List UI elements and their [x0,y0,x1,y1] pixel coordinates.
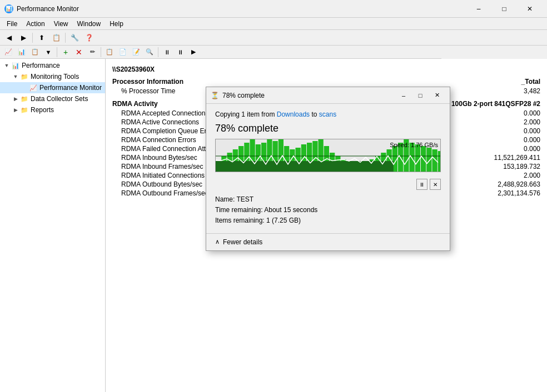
perf-tb-pause-button[interactable]: ⏸ [174,47,186,58]
metric-label: RDMA Outbound Frames/sec [112,189,208,197]
perf-tb-dropdown-button[interactable]: ▼ [42,47,54,58]
perf-tb-sep-3 [158,47,158,57]
dest-link[interactable]: scans [319,110,336,118]
sidebar-item-performance-monitor[interactable]: 📈 Performance Monitor [0,82,105,93]
metric-value: 2.000 [474,118,540,126]
metric-label: RDMA Active Connections [112,118,199,126]
dialog-title-text: 78% complete [222,92,265,99]
tb-separator-1 [32,33,33,43]
monitoring-tools-icon: 📁 [20,72,29,81]
sidebar-item-label-perf-monitor: Performance Monitor [39,84,102,92]
items-value: 1 (7.25 GB) [266,217,301,224]
tb-separator-2 [65,33,66,43]
copy-text: Copying 1 item from [215,110,275,118]
perf-tb-view-button[interactable]: 📈 [2,47,14,58]
sidebar-item-label-monitoring-tools: Monitoring Tools [31,73,79,81]
perf-tb-sep-2 [101,47,101,57]
expander-performance: ▼ [2,61,11,70]
sidebar-item-performance[interactable]: ▼ 📊 Performance [0,60,105,71]
dialog-content: Copying 1 item from Downloads to scans 7… [206,104,450,233]
chevron-up-icon: ∧ [215,238,220,245]
dialog-action-buttons: ⏸ ✕ [215,179,441,190]
menu-action[interactable]: Action [22,19,49,29]
metric-label: RDMA Inbound Bytes/sec [112,154,197,162]
minimize-button[interactable]: – [466,0,491,18]
server-name: \\S20253960X [112,66,540,73]
performance-icon: 📊 [11,61,20,70]
metric-label: RDMA Inbound Frames/sec [112,163,203,170]
perf-tb-zoom-button[interactable]: 🔍 [143,47,156,58]
sidebar-item-data-collector-sets[interactable]: ▶ 📁 Data Collector Sets [0,93,105,104]
tb-back-button[interactable]: ◀ [2,32,16,44]
app-title: Performance Monitor [17,5,79,13]
metric-value: 2,488,928.663 [474,180,540,188]
dialog-close-button[interactable]: ✕ [429,88,445,103]
dialog-title-bar: ⏳ 78% complete – □ ✕ [206,87,450,104]
menu-file[interactable]: File [2,19,22,29]
rdma-label: RDMA Activity [112,100,158,108]
expander-perf-monitor [20,83,29,92]
name-row: Name: TEST [215,194,441,205]
items-label: Items remaining: [215,217,265,224]
metric-label: RDMA Completion Queue Errors [112,127,218,135]
source-link[interactable]: Downloads [277,110,312,118]
metric-value: 153,189.732 [474,163,540,170]
dialog-cancel-button[interactable]: ✕ [430,179,441,190]
expander-monitoring-tools: ▼ [11,72,20,81]
metric-value: 0.000 [474,145,540,153]
tb-forward-button[interactable]: ▶ [17,32,30,44]
perf-tb-sep-1 [57,47,57,57]
dialog-fewer-details[interactable]: ∧ Fewer details [206,233,450,250]
expander-reports: ▶ [11,105,20,114]
perf-tb-freeze-button[interactable]: ⏸ [161,47,173,58]
name-label: Name: [215,195,235,203]
name-value: TEST [236,195,253,203]
menu-window[interactable]: Window [73,19,106,29]
dialog-pause-button[interactable]: ⏸ [416,179,427,190]
perf-tb-report-button[interactable]: 📊 [16,47,28,58]
tb-properties-button[interactable]: 🔧 [68,32,81,44]
menu-view[interactable]: View [49,19,73,29]
tb-show-hide-button[interactable]: 📋 [49,32,63,44]
time-label: Time remaining: [215,206,263,214]
file-copy-dialog[interactable]: ⏳ 78% complete – □ ✕ Copying 1 item from [206,87,450,251]
close-button[interactable]: ✕ [517,0,543,18]
perf-tb-copy-button[interactable]: 📋 [103,47,116,58]
app-icon: 📊 [4,4,13,13]
metric-value: 2,301,134.576 [474,189,540,197]
percent-label: 78% complete [215,123,441,134]
progress-section: Speed: 1.76 GB/s [215,139,441,172]
items-row: Items remaining: 1 (7.25 GB) [215,215,441,226]
sidebar-item-label-performance: Performance [22,62,60,69]
perf-tb-highlight-button[interactable]: ✏ [86,47,98,58]
progress-bar-container: Speed: 1.76 GB/s [215,139,441,172]
speed-label: Speed: 1.76 GB/s [390,142,438,148]
processor-label: Processor Information [112,78,183,86]
processor-category: Processor Information _Total [112,78,540,86]
perf-tb-paste-button[interactable]: 📄 [117,47,129,58]
content-area: \\S20253960X Processor Information _Tota… [106,59,547,392]
perf-tb-remove-button[interactable]: ✕ [73,47,85,58]
maximize-button[interactable]: □ [491,0,517,18]
tb-up-button[interactable]: ⬆ [35,32,48,44]
metric-value: 0.000 [474,136,540,144]
dialog-info: Name: TEST Time remaining: About 15 seco… [215,194,441,227]
tb-help-button[interactable]: ❓ [82,32,96,44]
title-bar-controls: – □ ✕ [466,0,543,18]
sidebar-item-label-data-collector: Data Collector Sets [31,95,88,103]
perf-tb-play-button[interactable]: ▶ [187,47,200,58]
sidebar-item-reports[interactable]: ▶ 📁 Reports [0,104,105,115]
dialog-maximize-button[interactable]: □ [412,88,429,103]
perf-tb-clear-button[interactable]: 📝 [130,47,142,58]
sidebar-item-monitoring-tools[interactable]: ▼ 📁 Monitoring Tools [0,71,105,82]
time-row: Time remaining: About 15 seconds [215,205,441,215]
perf-tb-histogram-button[interactable]: 📋 [29,47,41,58]
menu-help[interactable]: Help [105,19,128,29]
sidebar: ▼ 📊 Performance ▼ 📁 Monitoring Tools 📈 P… [0,59,106,392]
metric-value: 11,521,269.411 [474,154,540,162]
to-text: to [311,110,317,118]
dialog-minimize-button[interactable]: – [395,88,412,103]
perf-tb-add-button[interactable]: + [59,47,72,58]
sidebar-item-label-reports: Reports [31,106,54,114]
main-area: 📈 📊 📋 ▼ + ✕ ✏ 📋 📄 📝 🔍 ⏸ ⏸ ▶ ▼ 📊 Performa… [0,46,547,392]
